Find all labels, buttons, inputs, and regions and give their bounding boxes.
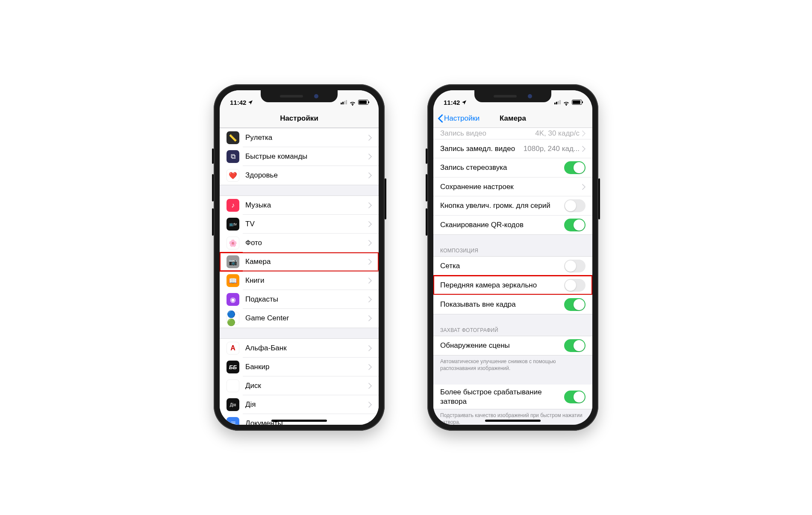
location-icon (462, 99, 467, 106)
bb-icon: ББ (227, 361, 239, 373)
toggle-switch[interactable] (564, 279, 585, 292)
row-label: Книги (245, 276, 368, 285)
camera-row[interactable]: Передняя камера зеркально (433, 275, 592, 295)
toggle-switch[interactable] (564, 161, 585, 174)
ruler-icon: 📏 (227, 131, 239, 144)
toggle-switch[interactable] (564, 260, 585, 272)
camera-icon: 📷 (227, 255, 239, 268)
row-label: Game Center (245, 314, 368, 323)
mute-switch[interactable] (426, 148, 427, 164)
settings-row-здоровье[interactable]: ❤️Здоровье (220, 166, 379, 185)
row-label: Подкасты (245, 295, 368, 304)
row-label: Сетка (440, 262, 564, 270)
row-label: Передняя камера зеркально (440, 281, 564, 290)
settings-row-банкир[interactable]: БББанкир (220, 358, 379, 376)
settings-row-камера[interactable]: 📷Камера (220, 252, 379, 271)
toggle-switch[interactable] (564, 219, 585, 231)
row-label: Диск (245, 382, 368, 390)
chevron-right-icon (582, 184, 585, 190)
camera-row[interactable]: Запись замедл. видео1080p, 240 кад... (433, 139, 592, 158)
toggle-switch[interactable] (564, 199, 585, 212)
camera-row[interactable]: Сканирование QR-кодов (433, 215, 592, 234)
cellular-icon (554, 100, 561, 104)
back-label: Настройки (444, 114, 480, 123)
podcasts-icon: ◉ (227, 293, 239, 306)
settings-row-диск[interactable]: ▲Диск (220, 376, 379, 395)
page-title: Камера (500, 114, 526, 123)
camera-row[interactable]: Показывать вне кадра (433, 295, 592, 314)
cellular-icon (341, 100, 347, 104)
row-label: Здоровье (245, 171, 368, 180)
phone-camera-settings: 11:42 Настройки Камера Запись видео4K, 3… (427, 84, 598, 431)
chevron-right-icon (368, 420, 372, 425)
settings-list[interactable]: 📏Рулетка⧉Быстрые команды❤️Здоровье♪Музык… (220, 128, 379, 425)
mute-switch[interactable] (212, 148, 214, 164)
camera-row[interactable]: Сохранение настроек (433, 177, 592, 196)
camera-settings-list[interactable]: Запись видео4K, 30 кадр/сЗапись замедл. … (433, 128, 592, 425)
settings-row-game-center[interactable]: 🔵🟢Game Center (220, 309, 379, 328)
chevron-right-icon (368, 315, 372, 321)
photos-icon: 🌸 (227, 237, 239, 249)
row-label: Музыка (245, 201, 368, 210)
chevron-right-icon (368, 154, 372, 160)
dia-icon: Дія (227, 398, 239, 411)
music-icon: ♪ (227, 199, 239, 212)
row-label: Более быстрое срабатывание затвора (440, 388, 564, 406)
shortcuts-icon: ⧉ (227, 150, 239, 163)
battery-icon (572, 100, 582, 105)
power-button[interactable] (385, 178, 386, 219)
nav-bar: Настройки Камера (433, 109, 592, 128)
page-title: Настройки (280, 114, 318, 123)
health-icon: ❤️ (227, 169, 239, 182)
gamecenter-icon: 🔵🟢 (227, 312, 239, 325)
drive-icon: ▲ (227, 379, 239, 392)
chevron-right-icon (368, 278, 372, 284)
back-button[interactable]: Настройки (438, 109, 480, 127)
row-label: Обнаружение сцены (440, 341, 564, 350)
notch (474, 90, 551, 102)
volume-up-button[interactable] (426, 174, 427, 201)
chevron-right-icon (368, 383, 372, 389)
camera-row[interactable]: Запись видео4K, 30 кадр/с (433, 128, 592, 139)
row-value: 1080p, 240 кад... (524, 145, 580, 153)
nav-bar: Настройки (220, 109, 379, 128)
settings-row-дія[interactable]: ДіяДія (220, 395, 379, 414)
toggle-switch[interactable] (564, 298, 585, 311)
row-label: Рулетка (245, 133, 368, 142)
camera-row[interactable]: Сетка (433, 257, 592, 275)
settings-row-фото[interactable]: 🌸Фото (220, 234, 379, 252)
row-label: Камера (245, 258, 368, 266)
battery-icon (358, 100, 368, 105)
volume-down-button[interactable] (426, 208, 427, 236)
volume-down-button[interactable] (212, 208, 214, 236)
camera-row[interactable]: Запись стереозвука (433, 158, 592, 177)
settings-row-рулетка[interactable]: 📏Рулетка (220, 128, 379, 147)
settings-row-подкасты[interactable]: ◉Подкасты (220, 290, 379, 309)
books-icon: 📖 (227, 274, 239, 287)
toggle-switch[interactable] (564, 339, 585, 352)
settings-row-книги[interactable]: 📖Книги (220, 271, 379, 290)
settings-row-быстрые-команды[interactable]: ⧉Быстрые команды (220, 147, 379, 166)
home-indicator[interactable] (485, 420, 541, 422)
home-indicator[interactable] (271, 420, 327, 422)
chevron-right-icon (582, 146, 585, 152)
camera-row[interactable]: Кнопка увелич. громк. для серий (433, 196, 592, 215)
settings-row-tv[interactable]: 📺tvTV (220, 215, 379, 234)
chevron-right-icon (368, 296, 372, 302)
wifi-icon (563, 100, 570, 105)
row-label: Запись замедл. видео (440, 145, 524, 153)
section-footer: Автоматическое улучшение снимков с помощ… (433, 355, 592, 374)
camera-row[interactable]: Более быстрое срабатывание затвора (433, 385, 592, 409)
toggle-switch[interactable] (564, 391, 585, 403)
notch (261, 90, 338, 102)
row-label: Банкир (245, 363, 368, 371)
row-label: Дія (245, 400, 368, 409)
power-button[interactable] (598, 178, 600, 219)
volume-up-button[interactable] (212, 174, 214, 201)
settings-row-музыка[interactable]: ♪Музыка (220, 196, 379, 215)
row-label: Фото (245, 239, 368, 247)
camera-row[interactable]: Обнаружение сцены (433, 336, 592, 355)
status-time: 11:42 (444, 99, 460, 106)
row-label: Запись видео (440, 129, 535, 138)
settings-row-альфа-банк[interactable]: AАльфа-Банк (220, 339, 379, 358)
